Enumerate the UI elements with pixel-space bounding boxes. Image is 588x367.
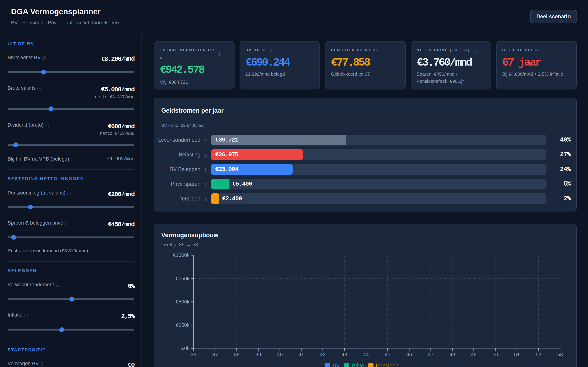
svg-text:45: 45	[385, 352, 390, 357]
svg-text:€500k: €500k	[176, 299, 190, 305]
svg-text:48: 48	[450, 352, 455, 357]
svg-text:€250k: €250k	[176, 322, 190, 328]
svg-text:50: 50	[493, 352, 498, 357]
svg-text:42: 42	[320, 352, 326, 357]
svg-text:40: 40	[277, 352, 283, 357]
svg-text:37: 37	[212, 352, 218, 357]
svg-text:€750k: €750k	[176, 276, 190, 282]
svg-text:53: 53	[557, 352, 563, 357]
svg-text:36: 36	[191, 352, 196, 357]
svg-text:43: 43	[342, 352, 347, 357]
svg-text:€1000k: €1000k	[173, 252, 190, 258]
svg-text:46: 46	[406, 352, 412, 357]
svg-text:52: 52	[536, 352, 541, 357]
svg-text:39: 39	[255, 352, 261, 357]
svg-text:44: 44	[363, 352, 369, 357]
svg-text:38: 38	[234, 352, 239, 357]
svg-text:51: 51	[514, 352, 519, 357]
svg-text:41: 41	[298, 352, 304, 357]
svg-text:47: 47	[428, 352, 433, 357]
svg-text:€0k: €0k	[182, 345, 190, 351]
svg-text:49: 49	[471, 352, 476, 357]
